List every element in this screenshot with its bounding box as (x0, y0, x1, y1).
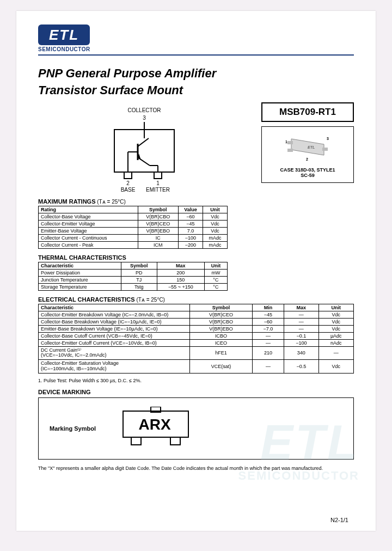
cell-char: Collector-Base Cutoff Current (VCB=−45Vd… (39, 332, 190, 339)
pin-label-collector: COLLECTOR (128, 107, 161, 113)
cell-rating: Collector Current - Continuous (39, 234, 138, 241)
title-line-2: Transistor Surface Mount (38, 83, 183, 97)
col-characteristic: Characteristic (39, 304, 190, 311)
brand-divider (38, 54, 354, 56)
svg-text:ETL: ETL (308, 145, 315, 149)
col-unit: Unit (204, 262, 227, 269)
cell-symbol: ICEO (189, 339, 252, 346)
table-row: Collector-Emitter VoltageV(BR)CEO−45Vdc (39, 220, 228, 227)
cell-unit: mW (204, 269, 227, 276)
table-row: Collector-Emitter Cutoff Current (VCE=−1… (39, 339, 354, 346)
svg-rect-12 (154, 172, 162, 179)
date-code-note: The "X" represents a smaller alpha digit… (38, 465, 354, 472)
cell-symbol: Tstg (121, 283, 157, 290)
brand-logo: ETL (38, 25, 90, 45)
cell-unit: Vdc (318, 318, 353, 325)
thermal-header: THERMAL CHARACTERISTICS (38, 254, 354, 261)
pinout-schematic: COLLECTOR 3 2 1 BASE EMITTER (38, 102, 250, 193)
cell-unit: µAdc (318, 332, 353, 339)
max-ratings-header: MAXIMUM RATINGS (Tᴀ = 25°C) (38, 198, 354, 205)
cell-char: Collector-Emitter Saturation Voltage(IC=… (39, 360, 190, 374)
package-case-label: CASE 318D-03, STYLE1 (265, 167, 350, 173)
cell-rating: Collector-Base Voltage (39, 213, 138, 220)
table-row: Collector-Base VoltageV(BR)CBO−60Vdc (39, 213, 228, 220)
col-unit: Unit (203, 206, 228, 213)
marking-symbol-label: Marking Symbol (50, 425, 96, 432)
cell-max: −0.1 (284, 332, 319, 339)
cell-value: −200 (178, 241, 203, 248)
cell-symbol: V(BR)EBO (189, 325, 252, 332)
col-max: Max (157, 262, 204, 269)
cell-min: — (252, 339, 284, 346)
cell-unit: °C (204, 283, 227, 290)
device-marking-header: DEVICE MARKING (38, 389, 354, 395)
marking-package-icon: ARX (112, 407, 199, 450)
package-type-label: SC-59 (265, 173, 350, 178)
electrical-table: Characteristic Symbol Min Max Unit Colle… (38, 304, 354, 374)
cell-symbol: ICBO (189, 332, 252, 339)
page-number: N2-1/1 (330, 517, 348, 523)
cell-max: −100 (284, 339, 319, 346)
pin-label-base: BASE (121, 187, 136, 193)
cell-min: −7.0 (252, 325, 284, 332)
table-row: Junction TemperatureTJ150°C (39, 276, 228, 283)
title-line-1: PNP General Purpose Amplifier (38, 66, 216, 80)
cell-min: −60 (252, 318, 284, 325)
col-characteristic: Characteristic (39, 262, 121, 269)
cell-unit: nAdc (318, 339, 353, 346)
cell-max: 340 (284, 346, 319, 360)
cell-min: — (252, 360, 284, 374)
cell-char: Junction Temperature (39, 276, 121, 283)
svg-rect-23 (170, 437, 180, 445)
svg-rect-22 (131, 437, 141, 445)
cell-symbol: ICM (138, 241, 178, 248)
pin-number-2: 2 (126, 180, 130, 186)
cell-symbol: V(BR)EBO (138, 227, 178, 234)
cell-char: Emitter-Base Breakdown Voltage (IE=−10µA… (39, 325, 190, 332)
cell-value: 7.0 (178, 227, 203, 234)
cell-max: 200 (157, 269, 204, 276)
table-row: Collector-Base Cutoff Current (VCB=−45Vd… (39, 332, 354, 339)
cell-min: 210 (252, 346, 284, 360)
table-row: Emitter-Base Breakdown Voltage (IE=−10µA… (39, 325, 354, 332)
table-row: Collector-Emitter Saturation Voltage(IC=… (39, 360, 354, 374)
cell-rating: Emitter-Base Voltage (39, 227, 138, 234)
cell-char: DC Current Gain⁽¹⁾(VCE=−10Vdc, IC=−2.0mA… (39, 346, 190, 360)
cell-unit: Vdc (203, 220, 228, 227)
cell-unit: Vdc (318, 325, 353, 332)
table-row: Collector-Base Breakdown Voltage (IC=−10… (39, 318, 354, 325)
cell-char: Collector-Emitter Cutoff Current (VCE=−1… (39, 339, 190, 346)
cell-symbol: hFE1 (189, 346, 252, 360)
svg-rect-14 (287, 149, 293, 152)
cell-value: −45 (178, 220, 203, 227)
cell-symbol: PD (121, 269, 157, 276)
cell-unit: °C (204, 276, 227, 283)
thermal-table: Characteristic Symbol Max Unit Power Dis… (38, 262, 228, 291)
cell-char: Storage Temperature (39, 283, 121, 290)
cell-max: — (284, 311, 319, 318)
col-min: Min (252, 304, 284, 311)
device-marking-box: Marking Symbol ARX (38, 397, 354, 460)
cell-unit: mAdc (203, 241, 228, 248)
table-row: Collector Current - PeakICM−200mAdc (39, 241, 228, 248)
cell-value: −100 (178, 234, 203, 241)
col-unit: Unit (318, 304, 353, 311)
cell-unit: — (318, 346, 353, 360)
cell-char: Collector-Base Breakdown Voltage (IC=−10… (39, 318, 190, 325)
col-rating: Rating (39, 206, 138, 213)
brand-subtext: SEMICONDUCTOR (38, 46, 354, 52)
table-row: Collector Current - ContinuousIC−100mAdc (39, 234, 228, 241)
cell-symbol: V(BR)CBO (189, 318, 252, 325)
cell-unit: Vdc (318, 311, 353, 318)
max-ratings-table: Rating Symbol Value Unit Collector-Base … (38, 206, 228, 249)
pin-number-3: 3 (143, 115, 146, 121)
cell-max: −0.5 (284, 360, 319, 374)
table-row: DC Current Gain⁽¹⁾(VCE=−10Vdc, IC=−2.0mA… (39, 346, 354, 360)
svg-rect-11 (124, 172, 132, 179)
cell-char: Collector-Emitter Breakdown Voltage (IC=… (39, 311, 190, 318)
table-row: Power DissipationPD200mW (39, 269, 228, 276)
table-row: Emitter-Base VoltageV(BR)EBO7.0Vdc (39, 227, 228, 234)
brand-header: ETL SEMICONDUCTOR (38, 25, 354, 52)
cell-max: — (284, 325, 319, 332)
cell-unit: Vdc (318, 360, 353, 374)
